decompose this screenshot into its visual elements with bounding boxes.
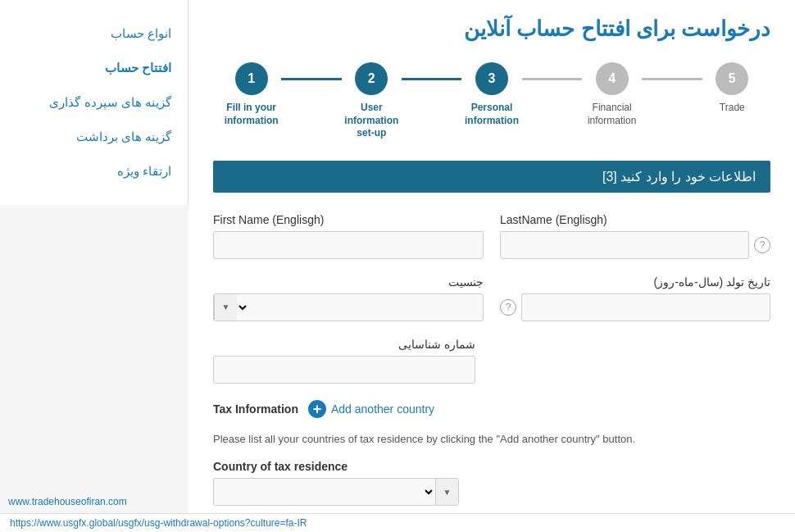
gender-group: جنسیت مرد زن ▼ [213, 275, 484, 321]
sidebar-item-open-account[interactable]: افتتاح حساب [0, 51, 188, 85]
step-5: 5 Trade [702, 62, 762, 115]
add-country-label: Add another country [331, 402, 434, 416]
step-1: 1 Fill in your information [221, 62, 281, 127]
connector-2-3 [402, 78, 461, 80]
birthdate-group: تاریخ تولد (سال-ماه-روز) ? [500, 275, 770, 321]
gender-select[interactable]: مرد زن [237, 294, 483, 321]
tax-description: Please list all your countries of tax re… [213, 431, 770, 448]
birthdate-input[interactable] [521, 293, 770, 321]
last-name-input[interactable] [500, 231, 749, 259]
sidebar: انواع حساب افتتاح حساب گزینه های سپرده گ… [0, 0, 189, 205]
connector-1-2 [281, 78, 341, 80]
connector-3-4 [522, 78, 582, 80]
step-5-label: Trade [720, 102, 745, 115]
first-name-input[interactable] [213, 231, 484, 259]
gender-select-wrapper: مرد زن ▼ [213, 293, 484, 321]
page-title: درخواست برای افتتاح حساب آنلاین [213, 16, 770, 42]
sidebar-item-withdraw[interactable]: گزینه های برداشت [0, 120, 188, 154]
step-3-circle: 3 [475, 62, 508, 95]
last-name-group: LastName (Englisgh) ? [500, 213, 770, 259]
status-url: https://www.usgfx.global/usgfx/usg-withd… [10, 517, 307, 529]
main-content: درخواست برای افتتاح حساب آنلاین 1 Fill i… [189, 0, 795, 532]
last-name-label: LastName (Englisgh) [500, 213, 770, 226]
first-name-label: First Name (Englisgh) [213, 213, 484, 226]
id-number-group: شماره شناسایی [213, 338, 475, 384]
id-number-input[interactable] [213, 356, 475, 384]
sidebar-item-account-types[interactable]: انواع حساب [0, 16, 188, 51]
gender-label: جنسیت [213, 275, 484, 289]
step-4: 4 Financial information [582, 62, 642, 127]
section-header: اطلاعات خود را وارد کنید [3] [213, 161, 770, 193]
country-of-residence-label: Country of tax residence [213, 460, 770, 473]
country-select[interactable]: Iran United States United Kingdom [214, 479, 435, 505]
tax-info-row: Tax Information + Add another country [213, 400, 770, 418]
add-country-icon: + [308, 400, 326, 418]
first-name-group: First Name (Englisgh) [213, 213, 484, 259]
step-1-label: Fill in your information [221, 102, 281, 127]
name-row: First Name (Englisgh) LastName (Englisgh… [213, 213, 770, 259]
sidebar-item-deposit[interactable]: گزینه های سپرده گذاری [0, 85, 188, 120]
sidebar-item-upgrade[interactable]: ارتقاء ویژه [0, 154, 188, 189]
steps-container: 1 Fill in your information 2 User inform… [213, 62, 770, 140]
bottom-bar: https://www.usgfx.global/usgfx/usg-withd… [0, 513, 795, 532]
sidebar-footer: www.tradehouseofiran.com [8, 496, 127, 507]
connector-4-5 [642, 78, 702, 80]
tax-label: Tax Information [213, 402, 298, 416]
country-select-arrow[interactable]: ▼ [435, 479, 458, 505]
birthdate-input-wrapper: ? [500, 293, 770, 321]
step-3-label: Personal information [461, 102, 521, 127]
step-1-circle: 1 [235, 62, 268, 95]
gender-select-arrow[interactable]: ▼ [214, 294, 237, 321]
birthdate-help-icon[interactable]: ? [500, 299, 516, 316]
last-name-input-wrapper: ? [500, 231, 770, 259]
id-number-label: شماره شناسایی [213, 338, 475, 351]
add-country-button[interactable]: + Add another country [308, 400, 434, 418]
step-4-label: Financial information [582, 102, 642, 127]
last-name-help-icon[interactable]: ? [754, 237, 770, 253]
step-4-circle: 4 [596, 62, 629, 95]
step-3: 3 Personal information [461, 62, 521, 127]
country-select-wrapper: Iran United States United Kingdom ▼ [213, 478, 459, 506]
step-2-circle: 2 [355, 62, 388, 95]
step-2: 2 User information set-up [342, 62, 402, 140]
id-row: شماره شناسایی [213, 338, 770, 384]
step-5-circle: 5 [716, 62, 748, 95]
step-2-label: User information set-up [342, 102, 402, 140]
gender-birthdate-row: جنسیت مرد زن ▼ تاریخ تولد (سال-ماه-روز) … [213, 275, 770, 321]
birthdate-label: تاریخ تولد (سال-ماه-روز) [500, 275, 770, 289]
